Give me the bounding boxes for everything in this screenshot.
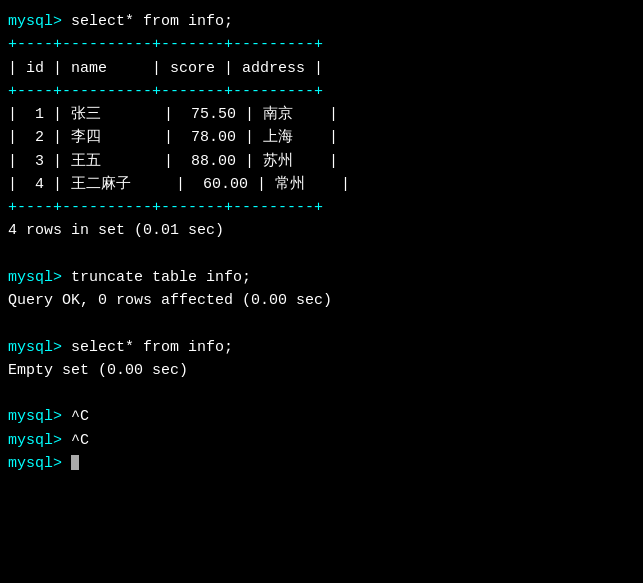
line-11	[8, 243, 635, 266]
line-19: mysql> ^C	[8, 429, 635, 452]
line-12: mysql> truncate table info;	[8, 266, 635, 289]
prompt-12: mysql>	[8, 269, 71, 286]
command-18: ^C	[71, 408, 89, 425]
prompt-18: mysql>	[8, 408, 71, 425]
command-19: ^C	[71, 432, 89, 449]
line-8: | 4 | 王二麻子 | 60.00 | 常州 |	[8, 173, 635, 196]
command-1: select* from info;	[71, 13, 233, 30]
command-15: select* from info;	[71, 339, 233, 356]
line-7: | 3 | 王五 | 88.00 | 苏州 |	[8, 150, 635, 173]
line-15: mysql> select* from info;	[8, 336, 635, 359]
line-18: mysql> ^C	[8, 405, 635, 428]
terminal-window: mysql> select* from info; +----+--------…	[8, 10, 635, 573]
cursor	[71, 455, 79, 470]
command-12: truncate table info;	[71, 269, 251, 286]
line-3: | id | name | score | address |	[8, 57, 635, 80]
prompt-1: mysql>	[8, 13, 71, 30]
line-4: +----+----------+-------+---------+	[8, 80, 635, 103]
line-16: Empty set (0.00 sec)	[8, 359, 635, 382]
line-20: mysql>	[8, 452, 635, 475]
prompt-15: mysql>	[8, 339, 71, 356]
prompt-20: mysql>	[8, 455, 71, 472]
line-10: 4 rows in set (0.01 sec)	[8, 219, 635, 242]
line-9: +----+----------+-------+---------+	[8, 196, 635, 219]
line-1: mysql> select* from info;	[8, 10, 635, 33]
line-13: Query OK, 0 rows affected (0.00 sec)	[8, 289, 635, 312]
line-17	[8, 382, 635, 405]
line-6: | 2 | 李四 | 78.00 | 上海 |	[8, 126, 635, 149]
line-2: +----+----------+-------+---------+	[8, 33, 635, 56]
line-5: | 1 | 张三 | 75.50 | 南京 |	[8, 103, 635, 126]
line-14	[8, 312, 635, 335]
prompt-19: mysql>	[8, 432, 71, 449]
